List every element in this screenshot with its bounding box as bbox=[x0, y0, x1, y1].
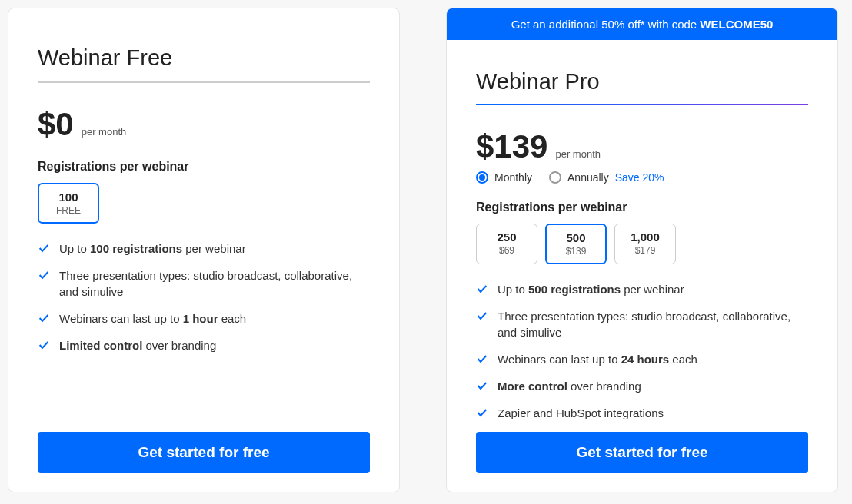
price-period: per month bbox=[555, 148, 601, 160]
cta-button[interactable]: Get started for free bbox=[38, 432, 370, 473]
promo-banner: Get an additional 50% off* with code WEL… bbox=[447, 8, 837, 40]
card-body: Webinar Free $0 per month Registrations … bbox=[8, 8, 399, 492]
cta-button[interactable]: Get started for free bbox=[476, 432, 808, 473]
plan-card-free: Webinar Free $0 per month Registrations … bbox=[8, 8, 400, 492]
check-icon bbox=[38, 312, 50, 324]
radio-icon bbox=[549, 171, 561, 184]
plan-card-pro: Get an additional 50% off* with code WEL… bbox=[446, 8, 838, 492]
feature-item: Limited control over branding bbox=[38, 337, 370, 353]
registrations-label: Registrations per webinar bbox=[476, 201, 808, 214]
feature-item: Up to 500 registrations per webinar bbox=[476, 281, 808, 297]
feature-text: More control over branding bbox=[498, 378, 641, 394]
feature-list: Up to 500 registrations per webinarThree… bbox=[476, 281, 808, 432]
tier-price: FREE bbox=[42, 205, 95, 216]
feature-text: Zapier and HubSpot integrations bbox=[498, 405, 664, 421]
feature-text: Webinars can last up to 24 hours each bbox=[498, 351, 697, 367]
price-row: $0 per month bbox=[38, 106, 370, 143]
registrations-label: Registrations per webinar bbox=[38, 160, 370, 174]
feature-item: Three presentation types: studio broadca… bbox=[476, 308, 808, 340]
check-icon bbox=[476, 283, 488, 295]
tier-option[interactable]: 100FREE bbox=[38, 183, 99, 224]
feature-text: Up to 100 registrations per webinar bbox=[59, 240, 246, 257]
plan-title: Webinar Pro bbox=[476, 69, 808, 105]
feature-item: More control over branding bbox=[476, 378, 808, 394]
save-badge: Save 20% bbox=[615, 171, 664, 184]
billing-annually-label: Annually bbox=[567, 171, 609, 184]
feature-list: Up to 100 registrations per webinarThree… bbox=[38, 240, 370, 364]
check-icon bbox=[38, 242, 50, 254]
feature-item: Three presentation types: studio broadca… bbox=[38, 267, 370, 300]
feature-text: Webinars can last up to 1 hour each bbox=[59, 310, 246, 327]
check-icon bbox=[476, 310, 488, 322]
promo-code: WELCOME50 bbox=[700, 18, 773, 31]
plan-title: Webinar Free bbox=[38, 45, 370, 83]
card-body: Webinar Pro $139 per month Monthly Annua… bbox=[447, 40, 837, 492]
price-row: $139 per month bbox=[476, 128, 808, 165]
pricing-cards: Webinar Free $0 per month Registrations … bbox=[8, 8, 844, 492]
tier-count: 500 bbox=[550, 231, 602, 244]
check-icon bbox=[476, 406, 488, 419]
price: $0 bbox=[38, 106, 74, 143]
feature-item: Up to 100 registrations per webinar bbox=[38, 240, 370, 257]
tier-count: 250 bbox=[480, 230, 534, 244]
tier-price: $69 bbox=[480, 245, 534, 256]
feature-item: Webinars can last up to 24 hours each bbox=[476, 351, 808, 367]
check-icon bbox=[476, 353, 488, 365]
tier-count: 100 bbox=[42, 191, 95, 204]
price-period: per month bbox=[82, 126, 127, 138]
feature-item: Webinars can last up to 1 hour each bbox=[38, 310, 370, 327]
billing-toggle: Monthly Annually Save 20% bbox=[476, 171, 808, 184]
promo-text: Get an additional 50% off* with code bbox=[511, 18, 701, 31]
tier-selector: 250$69500$1391,000$179 bbox=[476, 224, 808, 264]
feature-text: Limited control over branding bbox=[59, 337, 216, 353]
feature-text: Three presentation types: studio broadca… bbox=[59, 267, 370, 300]
tier-selector: 100FREE bbox=[38, 183, 370, 224]
tier-count: 1,000 bbox=[618, 230, 672, 244]
tier-price: $139 bbox=[550, 246, 602, 257]
tier-price: $179 bbox=[618, 245, 672, 256]
billing-monthly-label: Monthly bbox=[494, 171, 532, 184]
feature-item: Zapier and HubSpot integrations bbox=[476, 405, 808, 421]
tier-option[interactable]: 500$139 bbox=[545, 224, 607, 264]
check-icon bbox=[38, 269, 50, 281]
feature-text: Up to 500 registrations per webinar bbox=[498, 281, 684, 297]
feature-text: Three presentation types: studio broadca… bbox=[498, 308, 808, 340]
check-icon bbox=[476, 380, 488, 392]
tier-option[interactable]: 250$69 bbox=[476, 224, 537, 264]
billing-monthly-radio[interactable]: Monthly bbox=[476, 171, 532, 184]
price: $139 bbox=[476, 128, 547, 165]
tier-option[interactable]: 1,000$179 bbox=[614, 224, 676, 264]
check-icon bbox=[38, 339, 50, 351]
radio-icon bbox=[476, 171, 488, 184]
billing-annually-radio[interactable]: Annually Save 20% bbox=[549, 171, 664, 184]
